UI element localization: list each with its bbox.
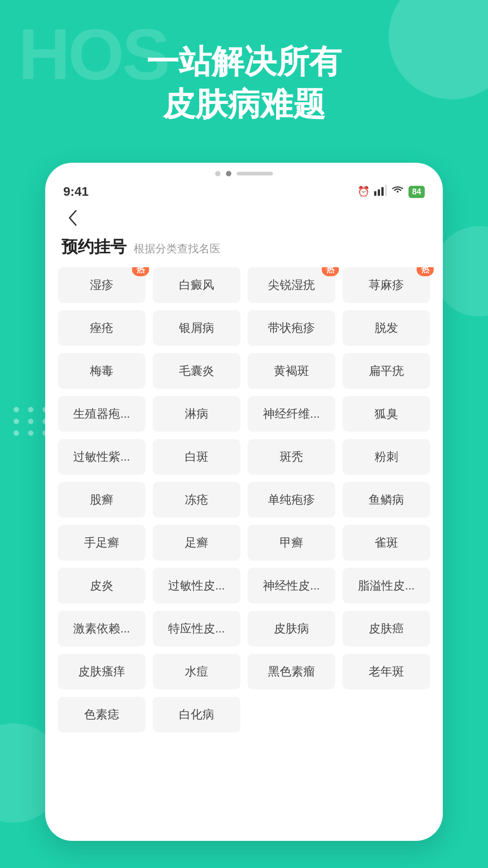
grid-item-0-2[interactable]: 热尖锐湿疣 — [248, 267, 335, 303]
grid-item-5-0[interactable]: 股癣 — [58, 482, 145, 518]
grid-item-9-1[interactable]: 水痘 — [153, 654, 240, 689]
indicator-dot-1 — [215, 171, 221, 176]
back-button[interactable] — [61, 207, 83, 229]
grid-item-label: 皮肤病 — [274, 622, 309, 635]
grid-item-5-3[interactable]: 鱼鳞病 — [343, 482, 430, 518]
grid-item-4-1[interactable]: 白斑 — [153, 439, 240, 475]
grid-item-4-0[interactable]: 过敏性紫... — [58, 439, 145, 475]
status-icons: ⏰ 84 — [357, 185, 425, 198]
header-line1: 一站解决所有 — [0, 41, 488, 83]
grid-row-1: 痤疮银屑病带状疱疹脱发 — [58, 310, 430, 346]
grid-item-8-0[interactable]: 激素依赖... — [58, 611, 145, 646]
grid-item-label: 黑色素瘤 — [268, 665, 315, 678]
grid-row-4: 过敏性紫...白斑斑秃粉刺 — [58, 439, 430, 475]
page-title: 预约挂号 — [61, 236, 127, 258]
grid-item-label: 老年斑 — [369, 665, 404, 678]
grid-item-label: 激素依赖... — [73, 622, 130, 635]
grid-row-5: 股癣冻疮单纯疱疹鱼鳞病 — [58, 482, 430, 518]
grid-item-8-3[interactable]: 皮肤癌 — [343, 611, 430, 646]
grid-item-label: 手足癣 — [84, 536, 119, 549]
svg-rect-3 — [385, 185, 387, 196]
grid-item-label: 神经性皮... — [263, 579, 320, 592]
grid-item-label: 白癜风 — [179, 278, 214, 292]
grid-item-label: 生殖器疱... — [73, 407, 130, 420]
grid-item-label: 尖锐湿疣 — [268, 278, 315, 292]
grid-item-label: 雀斑 — [375, 536, 398, 549]
grid-item-8-2[interactable]: 皮肤病 — [248, 611, 335, 646]
grid-item-label: 银屑病 — [179, 321, 214, 335]
grid-item-7-3[interactable]: 脂溢性皮... — [343, 568, 430, 604]
grid-item-10-0[interactable]: 色素痣 — [58, 697, 145, 732]
grid-item-label: 色素痣 — [84, 708, 119, 721]
grid-item-0-0[interactable]: 热湿疹 — [58, 267, 145, 303]
grid-row-8: 激素依赖...特应性皮...皮肤病皮肤癌 — [58, 611, 430, 646]
grid-item-label: 鱼鳞病 — [369, 493, 404, 506]
grid-content: 热湿疹白癜风热尖锐湿疣热荨麻疹痤疮银屑病带状疱疹脱发梅毒毛囊炎黄褐斑扁平疣生殖器… — [45, 267, 443, 841]
grid-item-10-2 — [248, 697, 335, 732]
grid-item-label: 狐臭 — [375, 407, 398, 420]
grid-item-3-3[interactable]: 狐臭 — [343, 396, 430, 432]
grid-item-7-1[interactable]: 过敏性皮... — [153, 568, 240, 604]
grid-item-label: 足癣 — [185, 536, 208, 549]
status-bar: 9:41 ⏰ 84 — [45, 181, 443, 203]
grid-item-9-2[interactable]: 黑色素瘤 — [248, 654, 335, 689]
grid-item-0-1[interactable]: 白癜风 — [153, 267, 240, 303]
grid-item-label: 皮肤癌 — [369, 622, 404, 635]
wifi-icon — [391, 185, 404, 198]
grid-item-2-2[interactable]: 黄褐斑 — [248, 353, 335, 389]
grid-row-3: 生殖器疱...淋病神经纤维...狐臭 — [58, 396, 430, 432]
grid-row-0: 热湿疹白癜风热尖锐湿疣热荨麻疹 — [58, 267, 430, 303]
grid-item-2-1[interactable]: 毛囊炎 — [153, 353, 240, 389]
grid-item-label: 黄褐斑 — [274, 364, 309, 377]
grid-item-label: 水痘 — [185, 665, 208, 678]
grid-item-1-0[interactable]: 痤疮 — [58, 310, 145, 346]
grid-item-6-1[interactable]: 足癣 — [153, 525, 240, 561]
grid-item-label: 股癣 — [90, 493, 113, 506]
grid-item-label: 湿疹 — [90, 278, 113, 292]
grid-item-9-0[interactable]: 皮肤瘙痒 — [58, 654, 145, 689]
grid-item-4-2[interactable]: 斑秃 — [248, 439, 335, 475]
grid-item-2-0[interactable]: 梅毒 — [58, 353, 145, 389]
grid-item-label: 脂溢性皮... — [358, 579, 415, 592]
grid-item-label: 扁平疣 — [369, 364, 404, 377]
grid-item-3-2[interactable]: 神经纤维... — [248, 396, 335, 432]
grid-item-9-3[interactable]: 老年斑 — [343, 654, 430, 689]
header-line2: 皮肤病难题 — [0, 83, 488, 126]
grid-item-0-3[interactable]: 热荨麻疹 — [343, 267, 430, 303]
svg-rect-1 — [378, 189, 380, 196]
grid-item-8-1[interactable]: 特应性皮... — [153, 611, 240, 646]
grid-item-label: 粉刺 — [375, 450, 398, 463]
grid-row-9: 皮肤瘙痒水痘黑色素瘤老年斑 — [58, 654, 430, 689]
status-time: 9:41 — [63, 184, 89, 199]
grid-item-label: 单纯疱疹 — [268, 493, 315, 506]
battery-badge: 84 — [408, 186, 425, 198]
svg-rect-0 — [374, 191, 376, 196]
grid-item-3-0[interactable]: 生殖器疱... — [58, 396, 145, 432]
indicator-bar — [237, 172, 273, 175]
hot-badge: 热 — [132, 267, 149, 276]
grid-item-1-3[interactable]: 脱发 — [343, 310, 430, 346]
grid-item-label: 白斑 — [185, 450, 208, 463]
grid-item-6-3[interactable]: 雀斑 — [343, 525, 430, 561]
grid-item-5-2[interactable]: 单纯疱疹 — [248, 482, 335, 518]
grid-item-label: 过敏性紫... — [73, 450, 130, 463]
grid-item-label: 脱发 — [375, 321, 398, 335]
grid-item-1-1[interactable]: 银屑病 — [153, 310, 240, 346]
grid-item-5-1[interactable]: 冻疮 — [153, 482, 240, 518]
grid-item-2-3[interactable]: 扁平疣 — [343, 353, 430, 389]
grid-item-6-0[interactable]: 手足癣 — [58, 525, 145, 561]
grid-row-10: 色素痣白化病 — [58, 697, 430, 732]
grid-item-label: 皮肤瘙痒 — [78, 665, 125, 678]
grid-item-7-0[interactable]: 皮炎 — [58, 568, 145, 604]
page-subtitle: 根据分类查找名医 — [134, 241, 221, 256]
grid-item-4-3[interactable]: 粉刺 — [343, 439, 430, 475]
grid-item-6-2[interactable]: 甲癣 — [248, 525, 335, 561]
grid-row-2: 梅毒毛囊炎黄褐斑扁平疣 — [58, 353, 430, 389]
grid-item-7-2[interactable]: 神经性皮... — [248, 568, 335, 604]
grid-item-10-1[interactable]: 白化病 — [153, 697, 240, 732]
header-title: 一站解决所有 皮肤病难题 — [0, 41, 488, 125]
grid-item-label: 冻疮 — [185, 493, 208, 506]
grid-item-label: 痤疮 — [90, 321, 113, 335]
grid-item-1-2[interactable]: 带状疱疹 — [248, 310, 335, 346]
grid-item-3-1[interactable]: 淋病 — [153, 396, 240, 432]
